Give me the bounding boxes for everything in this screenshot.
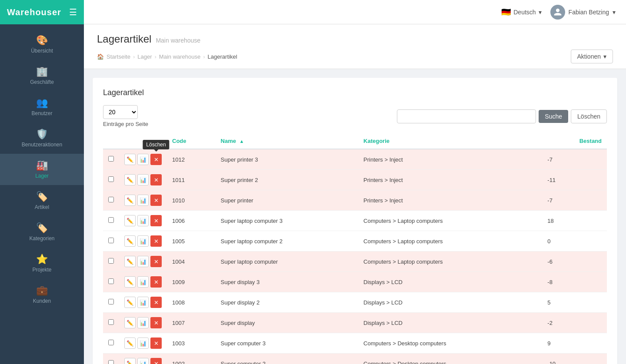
sidebar-item-geschaefte[interactable]: 🏢 Geschäfte bbox=[0, 60, 84, 91]
benutzer-icon: 👥 bbox=[36, 97, 48, 109]
per-page-select[interactable]: 20 50 100 bbox=[103, 105, 138, 119]
edit-button-4[interactable]: ✏️ bbox=[124, 235, 136, 247]
col-name-header[interactable]: Name ▲ bbox=[216, 133, 358, 149]
row-name-1: Super printer 2 bbox=[216, 170, 358, 190]
row-checkbox-1[interactable] bbox=[108, 176, 114, 182]
edit-button-10[interactable]: ✏️ bbox=[124, 358, 136, 364]
col-code-header[interactable]: Code bbox=[167, 133, 216, 149]
row-code-9: 1003 bbox=[167, 333, 216, 354]
sidebar-label-kategorien: Kategorien bbox=[29, 235, 54, 242]
row-code-7: 1008 bbox=[167, 292, 216, 313]
breadcrumb-warehouse[interactable]: Main warehouse bbox=[159, 53, 200, 60]
breadcrumb-lager[interactable]: Lager bbox=[137, 53, 152, 60]
delete-button-10[interactable]: ✕ bbox=[150, 358, 162, 364]
sidebar-item-projekte[interactable]: ⭐ Projekte bbox=[0, 248, 84, 279]
delete-button-9[interactable]: ✕ bbox=[150, 338, 162, 349]
col-bestand-header[interactable]: Bestand bbox=[542, 133, 607, 149]
delete-button-5[interactable]: ✕ bbox=[150, 256, 162, 267]
edit-button-5[interactable]: ✏️ bbox=[124, 256, 136, 267]
row-bestand-4: 0 bbox=[542, 231, 607, 251]
delete-button-1[interactable]: ✕ bbox=[150, 174, 162, 185]
edit-button-3[interactable]: ✏️ bbox=[124, 215, 136, 226]
chart-button-10[interactable]: 📊 bbox=[137, 358, 149, 364]
edit-button-7[interactable]: ✏️ bbox=[124, 297, 136, 308]
edit-button-1[interactable]: ✏️ bbox=[124, 174, 136, 185]
row-checkbox-3[interactable] bbox=[108, 217, 114, 223]
per-page-wrap: 20 50 100 Einträge pro Seite bbox=[103, 105, 148, 127]
edit-button-6[interactable]: ✏️ bbox=[124, 276, 136, 288]
row-checkbox-cell bbox=[103, 231, 119, 251]
delete-button-6[interactable]: ✕ bbox=[150, 276, 162, 288]
row-checkbox-cell bbox=[103, 354, 119, 364]
search-input[interactable] bbox=[397, 109, 536, 123]
search-button[interactable]: Suche bbox=[539, 110, 568, 123]
lager-icon: 🏭 bbox=[36, 160, 48, 171]
row-code-1: 1011 bbox=[167, 170, 216, 190]
per-page-label: Einträge pro Seite bbox=[103, 121, 148, 127]
row-checkbox-0[interactable] bbox=[108, 156, 114, 162]
edit-button-8[interactable]: ✏️ bbox=[124, 317, 136, 328]
row-kategorie-0: Printers > Inject bbox=[358, 149, 542, 170]
col-actions-header bbox=[119, 133, 167, 149]
topbar: 🇩🇪 Deutsch ▾ Fabian Betzing ▾ bbox=[84, 0, 626, 24]
row-checkbox-6[interactable] bbox=[108, 278, 114, 284]
chart-button-0[interactable]: 📊 bbox=[137, 154, 149, 165]
delete-button-3[interactable]: ✕ bbox=[150, 215, 162, 226]
chart-button-8[interactable]: 📊 bbox=[137, 317, 149, 328]
sidebar-item-kunden[interactable]: 💼 Kunden bbox=[0, 279, 84, 310]
chart-button-2[interactable]: 📊 bbox=[137, 195, 149, 206]
row-code-5: 1004 bbox=[167, 251, 216, 272]
row-actions-cell: ✏️ 📊 ✕ bbox=[119, 170, 167, 190]
row-actions-cell: ✏️ 📊 ✕ bbox=[119, 313, 167, 333]
chart-button-7[interactable]: 📊 bbox=[137, 297, 149, 308]
delete-button-2[interactable]: ✕ bbox=[150, 195, 162, 206]
edit-button-9[interactable]: ✏️ bbox=[124, 338, 136, 349]
table-row: ✏️ 📊 ✕ 1010 Super printer Printers > Inj… bbox=[103, 190, 607, 211]
row-checkbox-8[interactable] bbox=[108, 319, 114, 325]
chart-button-5[interactable]: 📊 bbox=[137, 256, 149, 267]
language-selector[interactable]: 🇩🇪 Deutsch ▾ bbox=[501, 7, 541, 17]
edit-button-2[interactable]: ✏️ bbox=[124, 195, 136, 206]
sidebar-item-benutzeraktionen[interactable]: 🛡️ Benutzeraktionen bbox=[0, 122, 84, 154]
row-code-8: 1007 bbox=[167, 313, 216, 333]
chart-button-3[interactable]: 📊 bbox=[137, 215, 149, 226]
delete-wrap-5: ✕ bbox=[150, 256, 162, 267]
delete-button-7[interactable]: ✕ bbox=[150, 297, 162, 308]
user-menu[interactable]: Fabian Betzing ▾ bbox=[550, 5, 616, 20]
lang-chevron-icon: ▾ bbox=[539, 9, 542, 16]
col-kategorie-header[interactable]: Kategorie bbox=[358, 133, 542, 149]
sidebar-item-artikel[interactable]: 🏷️ Artikel bbox=[0, 185, 84, 216]
sidebar-item-benutzer[interactable]: 👥 Benutzer bbox=[0, 91, 84, 122]
delete-wrap-1: ✕ bbox=[150, 174, 162, 185]
delete-button-4[interactable]: ✕ bbox=[150, 235, 162, 247]
clear-button[interactable]: Löschen bbox=[571, 109, 607, 123]
table-row: ✏️ 📊 ✕ 1007 Super display Displays > LCD… bbox=[103, 313, 607, 333]
chart-button-4[interactable]: 📊 bbox=[137, 235, 149, 247]
breadcrumb-home[interactable]: Startseite bbox=[107, 53, 130, 60]
benutzeraktionen-icon: 🛡️ bbox=[36, 129, 48, 140]
sidebar-label-projekte: Projekte bbox=[32, 267, 51, 273]
actions-button[interactable]: Aktionen ▾ bbox=[571, 50, 613, 63]
sidebar-item-kategorien[interactable]: 🏷️ Kategorien bbox=[0, 216, 84, 248]
menu-toggle-icon[interactable]: ☰ bbox=[69, 7, 77, 17]
sidebar-label-artikel: Artikel bbox=[35, 204, 49, 210]
page-subtitle: Main warehouse bbox=[156, 37, 200, 44]
sidebar-item-uebersicht[interactable]: 🎨 Übersicht bbox=[0, 29, 84, 60]
row-checkbox-10[interactable] bbox=[108, 360, 114, 364]
row-checkbox-5[interactable] bbox=[108, 258, 114, 264]
delete-button-8[interactable]: ✕ bbox=[150, 317, 162, 328]
row-checkbox-4[interactable] bbox=[108, 238, 114, 243]
sidebar-item-lager[interactable]: 🏭 Lager bbox=[0, 154, 84, 185]
delete-button-0[interactable]: ✕ bbox=[150, 154, 162, 165]
page-header: Lagerartikel Main warehouse 🏠 Startseite… bbox=[84, 24, 626, 69]
chart-button-1[interactable]: 📊 bbox=[137, 174, 149, 185]
chart-button-6[interactable]: 📊 bbox=[137, 276, 149, 288]
delete-wrap-9: ✕ bbox=[150, 338, 162, 349]
table-controls: 20 50 100 Einträge pro Seite Suche Lösch… bbox=[103, 105, 607, 127]
row-checkbox-7[interactable] bbox=[108, 299, 114, 304]
row-checkbox-9[interactable] bbox=[108, 340, 114, 345]
edit-button-0[interactable]: ✏️ bbox=[124, 154, 136, 165]
chart-button-9[interactable]: 📊 bbox=[137, 338, 149, 349]
home-icon: 🏠 bbox=[97, 53, 104, 60]
row-checkbox-2[interactable] bbox=[108, 197, 114, 202]
